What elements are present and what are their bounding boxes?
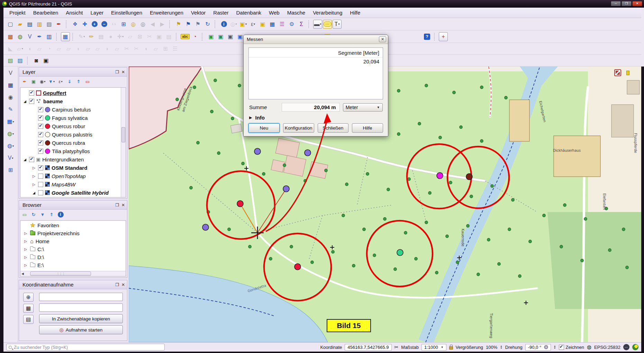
zoom-in-icon[interactable]: + <box>90 20 99 29</box>
labeling-icon[interactable]: abc <box>181 32 190 41</box>
cut-features-icon[interactable]: ✂ <box>145 32 154 41</box>
refresh-browser-icon[interactable]: ↻ <box>30 211 37 218</box>
expander-icon[interactable]: ▷ <box>31 174 36 178</box>
screenshot-tool-icon[interactable]: ▣ <box>42 56 51 65</box>
browser-item-2[interactable]: ▷Projektverzeichnis <box>20 229 126 237</box>
menu-item-10[interactable]: Web <box>265 10 283 16</box>
menu-item-11[interactable]: Masche <box>283 10 309 16</box>
dropdown-caret-icon[interactable]: ▾ <box>12 132 14 135</box>
coordinate-value[interactable]: 456163.7,5427665.9 <box>345 344 391 351</box>
layer-checkbox[interactable] <box>29 99 34 104</box>
add-part-icon[interactable]: ▱ <box>64 44 73 53</box>
dropdown-caret-icon[interactable]: ▾ <box>13 120 14 123</box>
layer-item-5[interactable]: Quercus robur <box>20 122 126 130</box>
layer-item-3[interactable]: Carpinus betulus <box>20 105 126 114</box>
layer-tree-scrollbar[interactable] <box>121 88 126 197</box>
dropdown-caret-icon[interactable]: ▾ <box>22 47 23 50</box>
split-parts-icon[interactable]: ✂ <box>122 44 131 53</box>
add-selected-layer-icon[interactable]: ▭ <box>21 211 28 218</box>
layer-item-10[interactable]: ▷OSM Standard <box>20 164 126 172</box>
current-edits-icon[interactable]: ✎▾ <box>77 32 86 41</box>
browser-item-6[interactable]: ▷E:\ <box>20 261 126 269</box>
expander-icon[interactable]: ▷ <box>23 231 28 235</box>
expander-icon[interactable]: ◢ <box>22 158 27 161</box>
layer-item-12[interactable]: ▷Maps4BW <box>20 180 126 188</box>
digitize-point-icon[interactable]: ◉ <box>6 93 15 102</box>
add-ring-icon[interactable]: ▱ <box>54 44 63 53</box>
filter-expression-icon[interactable]: ε▾ <box>57 78 64 85</box>
dropdown-caret-icon[interactable]: ▾ <box>235 23 237 26</box>
statistical-summary-icon[interactable]: Σ <box>297 20 306 29</box>
layer-checkbox[interactable] <box>38 149 43 154</box>
rotation-spinner[interactable]: ▲▼ <box>554 345 556 350</box>
zoom-next-icon[interactable]: ▶ <box>158 20 167 29</box>
geometry-globe-icon[interactable]: ◍▾ <box>6 129 15 138</box>
text-annotation-icon[interactable]: T▾ <box>333 20 342 29</box>
import-photos-icon[interactable]: ◙ <box>32 56 41 65</box>
coordinate-field-2[interactable] <box>39 303 123 312</box>
float-panel-icon[interactable]: ❐ <box>115 282 119 287</box>
run-feature-action-icon[interactable]: ◎▾ <box>229 20 238 29</box>
map-tips-icon[interactable]: ⋯ <box>323 20 332 29</box>
float-panel-icon[interactable]: ❐ <box>115 70 119 74</box>
float-panel-icon[interactable]: ❐ <box>115 203 119 208</box>
schliessen-button[interactable]: Schließen <box>318 123 349 133</box>
start-capture-button[interactable]: ◎Aufnahme starten <box>39 325 123 334</box>
pan-map-icon[interactable]: ❖ <box>71 20 80 29</box>
vertex-tool-edit-icon[interactable]: ▱ <box>126 32 135 41</box>
layer-item-13[interactable]: ◢Google Satellite Hybrid <box>20 188 126 197</box>
measure-line-icon[interactable]: ▬▾ <box>313 20 322 29</box>
layer-checkbox[interactable] <box>38 190 43 195</box>
layer-item-4[interactable]: Fagus sylvatica <box>20 114 126 122</box>
dropdown-caret-icon[interactable]: ▾ <box>338 23 339 26</box>
close-button[interactable]: ✕ <box>632 1 642 6</box>
move-feature-copy-icon[interactable]: ◖ <box>25 44 34 53</box>
menu-item-5[interactable]: Einstellungen <box>107 10 146 16</box>
vector-select-icon[interactable]: V▾ <box>6 153 15 162</box>
merge-features-icon[interactable]: ◖ <box>142 44 151 53</box>
browser-item-4[interactable]: ▷C:\ <box>20 245 126 253</box>
dropdown-caret-icon[interactable]: ▾ <box>245 23 247 26</box>
konfiguration-button[interactable]: Konfiguration <box>283 123 314 133</box>
expander-icon[interactable]: ▷ <box>23 255 28 259</box>
refresh-map-icon[interactable]: ↻ <box>203 20 212 29</box>
render-checkbox[interactable] <box>559 345 564 350</box>
simplify-feature-icon[interactable]: ◔ <box>45 44 54 53</box>
browser-scrollbar[interactable]: ◀ ⋮⋮⋮ <box>20 271 126 276</box>
dropdown-caret-icon[interactable]: ▾ <box>254 23 255 26</box>
new-virtual-layer-icon[interactable]: ▥ <box>45 32 54 41</box>
statistics-icon[interactable]: ☰ <box>278 20 287 29</box>
new-shapefile-icon[interactable]: ✒ <box>35 32 44 41</box>
add-raster-layer-icon[interactable]: ◍ <box>16 32 25 41</box>
info-expander[interactable]: ▶ Info <box>249 115 265 121</box>
minimize-button[interactable]: ─ <box>611 1 621 6</box>
menu-item-12[interactable]: Verarbeitung <box>309 10 346 16</box>
layer-checkbox[interactable] <box>38 140 43 145</box>
expander-icon[interactable]: ▷ <box>23 263 28 267</box>
layer-checkbox[interactable] <box>38 132 43 137</box>
crs-value[interactable]: EPSG:25832 <box>594 345 620 350</box>
dropdown-caret-icon[interactable]: ▾ <box>44 80 45 83</box>
help-icon[interactable]: ? <box>423 32 432 41</box>
zoom-native-icon[interactable]: 1:1 <box>109 20 118 29</box>
layer-checkbox[interactable] <box>29 157 34 162</box>
quickmap-services-icon[interactable]: ▨ <box>16 56 25 65</box>
fill-ring-icon[interactable]: ◖ <box>74 44 83 53</box>
hilfe-button[interactable]: Hilfe <box>352 123 383 133</box>
dropdown-caret-icon[interactable]: ▾ <box>12 157 13 160</box>
filter-legend-icon[interactable]: ▼▾ <box>48 78 55 85</box>
scroll-left-icon[interactable]: ◀ <box>20 272 24 275</box>
dropdown-caret-icon[interactable]: ▾ <box>83 35 85 38</box>
magnifier-spinner[interactable]: ▲▼ <box>500 345 502 350</box>
raster-matrix-icon[interactable]: ▦▾ <box>6 117 15 126</box>
show-bookmarks-icon[interactable]: ⚑ <box>184 20 193 29</box>
copy-clipboard-icon[interactable]: ▤ <box>23 315 34 324</box>
layout-manager-icon[interactable]: ▧ <box>45 20 54 29</box>
georeferencer-icon[interactable]: ▣ <box>216 32 225 41</box>
dropdown-caret-icon[interactable]: ▾ <box>61 80 62 83</box>
trim-extend-icon[interactable]: ☰ <box>171 44 180 53</box>
dropdown-caret-icon[interactable]: ▾ <box>320 23 321 26</box>
deselect-all-icon[interactable]: ▣ <box>258 20 267 29</box>
menu-item-9[interactable]: Datenbank <box>233 10 265 16</box>
close-panel-icon[interactable]: ✕ <box>121 203 125 208</box>
